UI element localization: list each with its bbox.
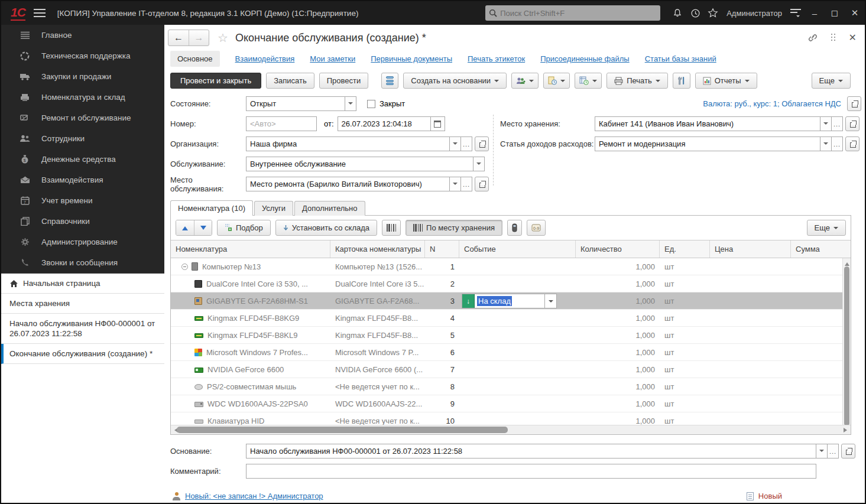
sidebar-section-item[interactable]: Администрирование — [1, 232, 164, 252]
sidebar-section-item[interactable]: $Денежные средства — [1, 149, 164, 170]
tab-services[interactable]: Услуги — [254, 201, 293, 216]
set-from-stock-button[interactable]: Установить со склада — [275, 220, 377, 236]
vertical-scrollbar[interactable] — [842, 258, 851, 434]
get-link-icon[interactable] — [807, 33, 818, 43]
number-input[interactable]: <Авто> — [246, 116, 317, 131]
reports-button[interactable]: Отчеты — [695, 73, 757, 89]
maximize-button[interactable]: ◻ — [825, 4, 845, 22]
items-more-button[interactable]: Еще — [807, 220, 846, 236]
deadline-button[interactable] — [543, 73, 570, 89]
sidebar-section-item[interactable]: 7Учет времени — [1, 190, 164, 211]
main-menu-icon[interactable] — [34, 9, 46, 17]
tab-kb-articles[interactable]: Статьи базы знаний — [645, 54, 716, 63]
tab-interactions[interactable]: Взаимодействия — [235, 54, 295, 63]
close-window-button[interactable]: ✕ — [845, 4, 865, 22]
column-header[interactable]: Сумма — [791, 240, 842, 258]
more-button[interactable]: Еще — [812, 73, 851, 89]
posting-results-button[interactable] — [381, 73, 398, 89]
terminal-button[interactable] — [507, 220, 522, 236]
global-search[interactable] — [485, 5, 660, 21]
state-select[interactable]: Открыт — [246, 96, 345, 111]
back-button[interactable]: ← — [168, 30, 189, 45]
tab-my-notes[interactable]: Мои заметки — [310, 54, 355, 63]
tab-main[interactable]: Основное — [170, 51, 220, 67]
sidebar-section-item[interactable]: Звонки и сообщения — [1, 252, 164, 273]
service-tools-button[interactable] — [673, 73, 690, 89]
storage-place-dropdown-icon[interactable] — [820, 116, 832, 131]
notifications-bell-icon[interactable] — [669, 4, 686, 22]
organization-input[interactable]: Наша фирма — [246, 136, 450, 151]
event-value[interactable]: На склад — [475, 294, 544, 308]
tab-additional[interactable]: Дополнительно — [294, 201, 365, 216]
column-header[interactable]: Событие — [459, 240, 576, 258]
document-status-link[interactable]: Новый: <не записан !> Администратор — [185, 492, 323, 500]
service-menu-icon[interactable] — [787, 4, 805, 22]
expense-item-open-icon[interactable] — [845, 136, 859, 151]
column-header[interactable]: N — [425, 240, 459, 258]
move-down-button[interactable] — [194, 220, 212, 235]
history-icon[interactable] — [686, 4, 704, 22]
table-row[interactable]: Microsoft Windows 7 Profes...Microsoft W… — [171, 344, 842, 361]
expense-item-choose-icon[interactable]: ... — [832, 136, 843, 151]
print-button[interactable]: Печать — [606, 73, 668, 89]
barcode-scan-button[interactable] — [382, 220, 401, 236]
currency-open-icon[interactable] — [847, 96, 861, 111]
sidebar-section-item[interactable]: Главное — [1, 25, 164, 45]
sidebar-item-home[interactable]: Начальная страница — [1, 274, 164, 294]
currency-info-link[interactable]: Валюта: руб., курс: 1; Облагается НДС — [703, 99, 841, 108]
sidebar-section-item[interactable]: Ремонт и обслуживание — [1, 108, 164, 128]
create-based-on-button[interactable]: Создать на основании — [403, 73, 507, 89]
sidebar-section-item[interactable]: Сотрудники — [1, 128, 164, 149]
service-place-input[interactable]: Место ремонта (Барилко Виталий Викоторов… — [246, 177, 450, 191]
sidebar-item-begin-service-doc[interactable]: Начало обслуживания НФ00-000001 от 26.07… — [1, 314, 164, 344]
calendar-icon[interactable] — [431, 116, 445, 131]
table-row[interactable]: Kingmax FLFD45F-B8KG9Kingmax FLFD45F-B8.… — [171, 310, 842, 327]
by-storage-place-button[interactable]: По месту хранения — [406, 220, 502, 236]
save-button[interactable]: Записать — [266, 73, 314, 89]
column-header[interactable]: Ед. — [660, 240, 710, 258]
tab-label-print[interactable]: Печать этикеток — [468, 54, 525, 63]
sidebar-item-storage-places[interactable]: Места хранения — [1, 294, 164, 314]
table-row[interactable]: WDC WD1600AAJS-22PSA0WDC WD1600AAJS-22..… — [171, 395, 842, 412]
horizontal-scrollbar[interactable] — [171, 425, 851, 434]
table-row[interactable]: GIGABYTE GA-F2A68HM-S1GIGABYTE GA-F2A68.… — [171, 292, 842, 310]
organization-open-icon[interactable] — [475, 136, 489, 151]
assign-performers-button[interactable] — [511, 73, 539, 89]
service-place-choose-icon[interactable]: ... — [461, 177, 472, 191]
storage-place-choose-icon[interactable]: ... — [832, 116, 843, 131]
organization-choose-icon[interactable]: ... — [461, 136, 472, 151]
sidebar-section-item[interactable]: Справочники — [1, 211, 164, 232]
sidebar-section-item[interactable]: Взаимодействия — [1, 170, 164, 190]
event-editor[interactable]: ↓На склад — [462, 294, 557, 308]
organization-dropdown-icon[interactable] — [450, 136, 461, 151]
state-dropdown-icon[interactable] — [345, 96, 356, 111]
more-menu-icon[interactable] — [831, 34, 836, 42]
service-place-open-icon[interactable] — [475, 177, 489, 191]
table-row[interactable]: DualCore Intel Core i3 530, ...DualCore … — [171, 275, 842, 292]
pick-button[interactable]: Подбор — [217, 220, 271, 236]
column-header[interactable]: Количество — [576, 240, 660, 258]
expense-item-dropdown-icon[interactable] — [820, 136, 832, 151]
date-input[interactable]: 26.07.2023 12:04:18 — [338, 116, 431, 131]
collapse-icon[interactable] — [181, 264, 188, 270]
tab-attached-files[interactable]: Присоединенные файлы — [540, 54, 630, 63]
current-user[interactable]: Администратор — [726, 9, 782, 18]
post-and-close-button[interactable]: Провести и закрыть — [170, 73, 261, 89]
close-form-icon[interactable]: ✕ — [849, 32, 857, 43]
service-dropdown-icon[interactable] — [473, 157, 485, 171]
service-place-dropdown-icon[interactable] — [450, 177, 461, 191]
sidebar-item-end-service-doc[interactable]: Окончание обслуживания (создание) * — [1, 344, 164, 364]
table-row[interactable]: NVIDIA GeForce 6600NVIDIA GeForce 6600 (… — [171, 361, 842, 378]
favorites-star-icon[interactable] — [704, 4, 722, 22]
forward-button[interactable]: → — [189, 30, 209, 45]
basis-input[interactable]: Начало обслуживания НФ00-000001 от 26.07… — [246, 444, 816, 459]
quantity-input-button[interactable]: 0-9 — [527, 220, 546, 236]
table-row[interactable]: Клавиатура HID<Не ведется учет по к...10… — [171, 412, 842, 425]
search-input[interactable] — [500, 9, 657, 18]
sidebar-section-item[interactable]: Номенклатура и склад — [1, 87, 164, 108]
comment-input[interactable] — [246, 464, 816, 479]
column-header[interactable]: Номенклатура — [171, 240, 330, 258]
expense-item-input[interactable]: Ремонт и модернизация — [595, 136, 820, 151]
table-row[interactable]: Компьютер №13Компьютер №13 (1526...11,00… — [171, 258, 842, 275]
service-input[interactable]: Внутреннее обслуживание — [246, 157, 473, 171]
